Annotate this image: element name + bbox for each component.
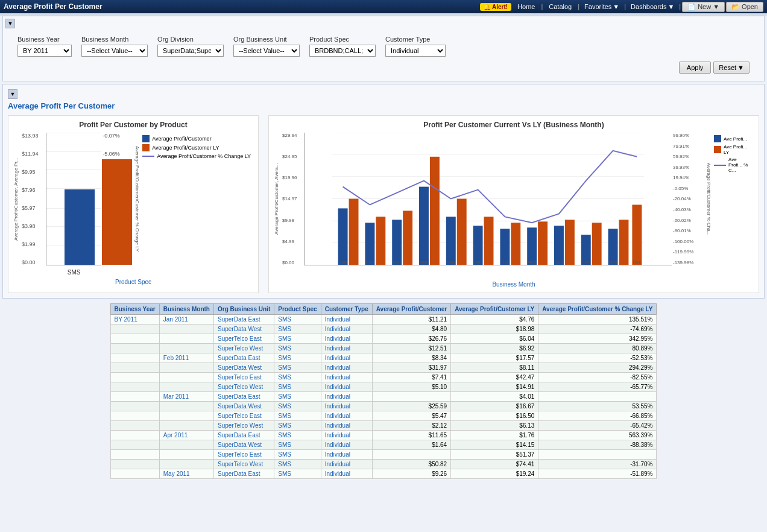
right-legend-label-purple: Ave Profi... % C...	[728, 157, 751, 173]
org-division-select[interactable]: SuperData;Super	[157, 45, 224, 57]
bell-icon: 🔔	[484, 4, 491, 10]
product-spec-filter: Product Spec BRDBND;CALL;SM	[309, 36, 376, 57]
main-content: ▼ Business Year BY 2011 Business Month -…	[0, 16, 767, 532]
table-row: SuperTelco WestSMSIndividual$2.12$6.13-6…	[110, 421, 657, 431]
right-chart-y-left-values: $29.94 $24.95 $19.96 $14.97 $9.98 $4.99 …	[282, 133, 304, 265]
table-row: SuperTelco WestSMSIndividual$5.10$14.91-…	[110, 382, 657, 392]
business-month-filter: Business Month --Select Value--	[81, 36, 148, 57]
col-avg-profit-ly: Average Profit/Customer LY	[451, 304, 538, 315]
home-link[interactable]: Home	[513, 2, 540, 11]
legend-label-orange: Average Profit/Customer LY	[152, 145, 219, 151]
nav-links: 🔔 Alert! Home | Catalog | Favorites ▼ | …	[480, 2, 763, 12]
chart-section: ▼ Average Profit Per Customer Profit Per…	[2, 84, 765, 299]
filter-actions: Apply Reset ▼	[5, 59, 762, 78]
table-row: SuperTelco WestSMSIndividual$50.82$74.41…	[110, 460, 657, 469]
org-business-unit-select[interactable]: --Select Value--	[233, 45, 300, 57]
new-button[interactable]: 📄 New ▼	[682, 2, 725, 12]
alert-button[interactable]: 🔔 Alert!	[480, 3, 511, 11]
table-row: Mar 2011SuperData EastSMSIndividual$4.01	[110, 392, 657, 402]
chart-collapse-button[interactable]: ▼	[8, 89, 17, 99]
right-legend-label-blue: Ave Profi...	[724, 136, 747, 142]
svg-rect-14	[446, 217, 456, 265]
svg-rect-15	[457, 199, 467, 265]
left-chart-y-left-values: $13.93 $11.94 $9.95 $7.96 $5.97 $3.98 $1…	[22, 133, 46, 265]
svg-rect-12	[419, 187, 429, 265]
customer-type-select[interactable]: Individual	[385, 45, 446, 57]
business-year-label: Business Year	[17, 36, 72, 43]
svg-text:Jun: Jun	[474, 259, 482, 265]
chevron-down-icon: ▼	[613, 3, 619, 10]
table-header-row: Business Year Business Month Org Busines…	[110, 304, 657, 315]
right-chart-title: Profit Per Customer Current Vs LY (Busin…	[274, 121, 754, 129]
customer-type-label: Customer Type	[385, 36, 446, 43]
svg-rect-17	[484, 217, 494, 265]
table-row: SuperData WestSMSIndividual$1.64$14.15-8…	[110, 440, 657, 450]
svg-rect-13	[430, 157, 440, 265]
apply-button[interactable]: Apply	[679, 62, 712, 74]
table-row: SuperData WestSMSIndividual$31.97$8.1129…	[110, 363, 657, 373]
legend-box-orange	[142, 144, 150, 151]
left-chart-x-axis-label: Product Spec	[13, 279, 253, 285]
dashboards-dropdown[interactable]: Dashboards ▼	[627, 2, 678, 11]
svg-rect-28	[632, 204, 642, 265]
favorites-dropdown[interactable]: Favorites ▼	[581, 2, 623, 11]
customer-type-filter: Customer Type Individual	[385, 36, 446, 57]
table-header: Business Year Business Month Org Busines…	[110, 304, 657, 315]
business-year-filter: Business Year BY 2011	[17, 36, 72, 57]
filter-row: Business Year BY 2011 Business Month --S…	[5, 31, 762, 59]
table-row: Feb 2011SuperData EastSMSIndividual$8.34…	[110, 353, 657, 363]
chevron-down-icon: ▼	[668, 3, 674, 10]
filter-collapse-button[interactable]: ▼	[5, 19, 15, 28]
business-year-select[interactable]: BY 2011	[17, 45, 72, 57]
charts-row: Profit Per Customer by Product Average P…	[8, 115, 759, 293]
col-avg-profit-pct: Average Profit/Customer % Change LY	[538, 304, 657, 315]
table-row: SuperTelco EastSMSIndividual$5.47$16.50-…	[110, 411, 657, 421]
left-chart-bars	[46, 133, 101, 265]
table-row: May 2011SuperData EastSMSIndividual$9.26…	[110, 469, 657, 479]
business-month-select[interactable]: --Select Value--	[81, 45, 148, 57]
app-title: Average Profit Per Customer	[4, 2, 480, 11]
svg-rect-8	[365, 223, 374, 265]
business-month-label: Business Month	[81, 36, 148, 43]
right-legend-label-orange: Ave Profi... LY	[724, 144, 751, 155]
catalog-link[interactable]: Catalog	[544, 2, 576, 11]
svg-rect-25	[592, 223, 602, 265]
product-spec-label: Product Spec	[309, 36, 376, 43]
right-chart-container: Profit Per Customer Current Vs LY (Busin…	[268, 115, 759, 293]
table-row: SuperTelco EastSMSIndividual$26.76$6.043…	[110, 334, 657, 344]
legend-box-blue	[142, 135, 150, 142]
table-row: SuperData WestSMSIndividual$4.80$18.98-7…	[110, 325, 657, 334]
right-legend-line-purple	[714, 165, 726, 166]
alert-label: Alert!	[492, 4, 508, 10]
chevron-down-icon: ▼	[737, 64, 744, 71]
left-chart-x-label-sms: SMS	[46, 269, 101, 276]
table-row: Apr 2011SuperData EastSMSIndividual$11.6…	[110, 431, 657, 440]
product-spec-select[interactable]: BRDBND;CALL;SM	[309, 45, 376, 57]
reset-button[interactable]: Reset ▼	[713, 62, 750, 74]
svg-text:Dec: Dec	[633, 259, 641, 265]
svg-text:Jul: Jul	[502, 259, 508, 265]
right-chart-y-right-values: 99.90% 79.91% 59.92% 39.93% 19.94% -0.05…	[672, 133, 703, 265]
svg-text:Jan: Jan	[339, 259, 347, 265]
left-chart-legend: Average Profit/Customer Average Profit/C…	[140, 133, 253, 265]
svg-rect-11	[403, 211, 412, 265]
legend-label-purple: Average Profit/Customer % Change LY	[157, 153, 251, 159]
table-row: SuperTelco EastSMSIndividual$51.37	[110, 450, 657, 460]
data-table: Business Year Business Month Org Busines…	[110, 303, 657, 479]
chevron-down-icon: ▼	[713, 3, 719, 10]
col-customer-type: Customer Type	[321, 304, 372, 315]
left-chart-title: Profit Per Customer by Product	[13, 121, 253, 129]
folder-icon: 📂	[731, 3, 740, 11]
left-chart-y-left-label: Average Profit/Customer, Average Pr...	[13, 133, 22, 265]
right-legend-box-blue	[714, 135, 721, 142]
table-row: SuperTelco EastSMSIndividual$7.41$42.47-…	[110, 373, 657, 382]
org-division-filter: Org Division SuperData;Super	[157, 36, 224, 57]
svg-text:Oct: Oct	[582, 259, 590, 265]
left-chart-bar-blue	[65, 189, 95, 265]
org-business-unit-filter: Org Business Unit --Select Value--	[233, 36, 300, 57]
open-button[interactable]: 📂 Open	[726, 2, 763, 12]
right-legend-box-orange	[714, 146, 721, 153]
left-chart-area: SMS	[46, 133, 101, 265]
svg-text:Apr: Apr	[420, 259, 428, 265]
svg-rect-21	[538, 221, 548, 265]
